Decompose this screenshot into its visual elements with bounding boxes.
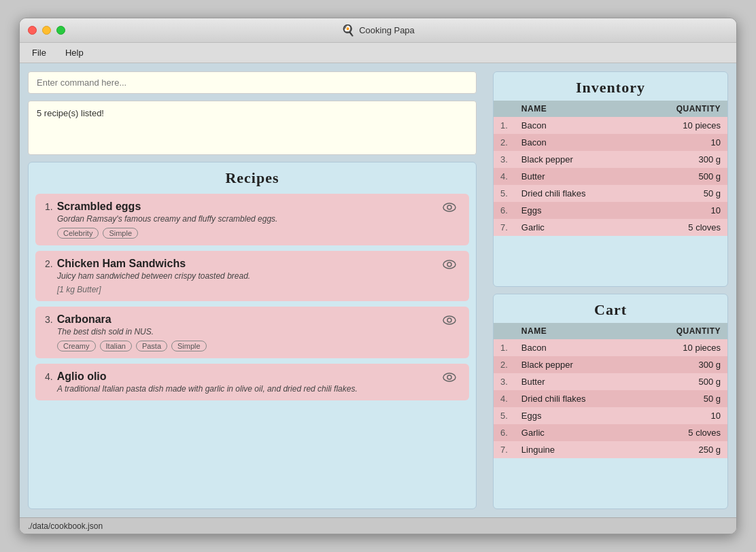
recipe-card: 1. Scrambled eggs Gordan Ramsay's famous…	[35, 194, 469, 245]
row-num: 7.	[494, 441, 515, 458]
app-window: 🍳 Cooking Papa File Help 5 recipe(s) lis…	[19, 18, 737, 534]
row-num: 2.	[494, 356, 515, 373]
row-num: 2.	[494, 134, 515, 151]
svg-point-5	[447, 318, 451, 322]
tag: Simple	[103, 228, 138, 239]
row-num: 1.	[494, 117, 515, 134]
cart-section: Cart NAME QUANTITY 1. Bacon 10	[493, 294, 728, 509]
minimize-button[interactable]	[42, 26, 51, 35]
row-quantity: 10	[636, 134, 727, 151]
row-name: Black pepper	[515, 151, 637, 168]
row-quantity: 10	[636, 407, 727, 424]
view-recipe-button[interactable]	[439, 370, 460, 387]
row-quantity: 10 pieces	[636, 117, 727, 134]
titlebar: 🍳 Cooking Papa	[20, 18, 736, 43]
table-row: 3. Black pepper 300 g	[494, 151, 727, 168]
inventory-table: NAME QUANTITY 1. Bacon 10 pieces 2. Baco…	[494, 101, 727, 236]
tag: Celebrity	[57, 228, 99, 239]
row-name: Garlic	[515, 424, 637, 441]
inventory-col-quantity: QUANTITY	[636, 101, 727, 117]
right-panel: Inventory NAME QUANTITY 1. Bacon	[485, 63, 736, 517]
command-input[interactable]	[28, 71, 477, 94]
statusbar: ./data/cookbook.json	[20, 517, 736, 534]
recipe-title-area: 1. Scrambled eggs Gordan Ramsay's famous…	[45, 201, 439, 239]
cart-table: NAME QUANTITY 1. Bacon 10 pieces 2. Blac…	[494, 323, 727, 458]
row-quantity: 50 g	[636, 185, 727, 202]
recipe-desc: Gordan Ramsay's famous creamy and fluffy…	[57, 214, 439, 224]
recipe-num: 4.	[45, 371, 53, 382]
tag: Pasta	[136, 341, 167, 351]
svg-point-1	[447, 205, 451, 209]
row-name: Garlic	[515, 219, 637, 236]
recipe-header: 2. Chicken Ham Sandwichs Juicy ham sandw…	[45, 258, 460, 294]
cart-table-container: NAME QUANTITY 1. Bacon 10 pieces 2. Blac…	[494, 323, 727, 508]
recipe-name: 1. Scrambled eggs	[45, 201, 439, 213]
recipe-name: 4. Aglio olio	[45, 370, 439, 383]
row-quantity: 10	[636, 202, 727, 219]
left-panel: 5 recipe(s) listed! Recipes 1. Scrambled…	[20, 63, 485, 517]
menu-help[interactable]: Help	[61, 46, 88, 59]
row-quantity: 250 g	[636, 441, 727, 458]
inventory-table-container: NAME QUANTITY 1. Bacon 10 pieces 2. Baco…	[494, 101, 727, 286]
table-row: 5. Dried chili flakes 50 g	[494, 185, 727, 202]
row-num: 4.	[494, 168, 515, 185]
table-row: 4. Butter 500 g	[494, 168, 727, 185]
statusbar-text: ./data/cookbook.json	[28, 521, 103, 531]
cart-header-row: NAME QUANTITY	[494, 323, 727, 339]
view-recipe-button[interactable]	[439, 258, 460, 274]
view-recipe-button[interactable]	[439, 313, 460, 330]
svg-point-7	[447, 375, 451, 379]
inventory-title: Inventory	[494, 72, 727, 101]
recipe-desc: Juicy ham sandwiched between crispy toas…	[57, 271, 439, 281]
row-num: 6.	[494, 424, 515, 441]
row-quantity: 500 g	[636, 373, 727, 390]
tag: Simple	[171, 341, 207, 351]
table-row: 7. Linguine 250 g	[494, 441, 727, 458]
recipe-missing: [1 kg Butter]	[57, 285, 439, 294]
row-name: Bacon	[515, 134, 637, 151]
table-row: 1. Bacon 10 pieces	[494, 339, 727, 356]
recipes-list: 1. Scrambled eggs Gordan Ramsay's famous…	[29, 191, 476, 508]
inventory-col-name: NAME	[515, 101, 637, 117]
row-name: Bacon	[515, 117, 637, 134]
recipe-header: 1. Scrambled eggs Gordan Ramsay's famous…	[45, 201, 460, 239]
table-row: 6. Eggs 10	[494, 202, 727, 219]
table-row: 4. Dried chili flakes 50 g	[494, 390, 727, 407]
row-quantity: 10 pieces	[636, 339, 727, 356]
view-recipe-button[interactable]	[439, 201, 460, 217]
maximize-button[interactable]	[56, 26, 65, 35]
recipe-num: 1.	[45, 201, 53, 212]
row-quantity: 300 g	[636, 356, 727, 373]
row-num: 3.	[494, 151, 515, 168]
cart-col-quantity: QUANTITY	[636, 323, 727, 339]
app-icon: 🍳	[341, 24, 355, 37]
cart-col-num	[494, 323, 515, 339]
row-num: 1.	[494, 339, 515, 356]
table-row: 6. Garlic 5 cloves	[494, 424, 727, 441]
row-num: 4.	[494, 390, 515, 407]
svg-point-6	[443, 373, 456, 381]
row-quantity: 300 g	[636, 151, 727, 168]
recipe-name: 2. Chicken Ham Sandwichs	[45, 258, 439, 270]
output-area: 5 recipe(s) listed!	[28, 101, 477, 155]
recipe-title-area: 2. Chicken Ham Sandwichs Juicy ham sandw…	[45, 258, 439, 294]
close-button[interactable]	[28, 26, 37, 35]
row-num: 7.	[494, 219, 515, 236]
row-name: Butter	[515, 168, 637, 185]
inventory-section: Inventory NAME QUANTITY 1. Bacon	[493, 71, 728, 287]
menubar: File Help	[20, 43, 736, 63]
menu-file[interactable]: File	[28, 46, 50, 59]
row-name: Bacon	[515, 339, 637, 356]
inventory-col-num	[494, 101, 515, 117]
eye-icon	[442, 372, 457, 383]
recipe-title-area: 4. Aglio olio A traditional Italian past…	[45, 370, 439, 394]
recipe-header: 4. Aglio olio A traditional Italian past…	[45, 370, 460, 394]
eye-icon	[442, 202, 457, 213]
recipe-header: 3. Carbonara The best dish sold in NUS. …	[45, 313, 460, 351]
row-quantity: 500 g	[636, 168, 727, 185]
output-text: 5 recipe(s) listed!	[37, 108, 104, 118]
recipe-card: 3. Carbonara The best dish sold in NUS. …	[35, 307, 469, 358]
svg-point-3	[447, 262, 451, 266]
inventory-header-row: NAME QUANTITY	[494, 101, 727, 117]
row-name: Dried chili flakes	[515, 390, 637, 407]
